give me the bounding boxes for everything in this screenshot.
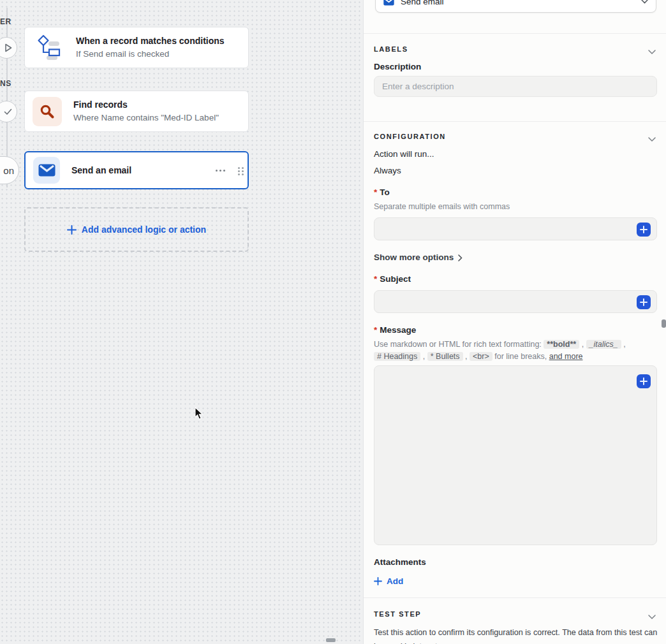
divider: [364, 597, 666, 598]
actions-section-label-partial: NS: [0, 79, 11, 88]
drag-handle-icon[interactable]: [238, 167, 240, 169]
find-records-card[interactable]: Find records Where Name contains "Med-ID…: [24, 91, 249, 132]
workflow-canvas[interactable]: ER NS on: [0, 0, 364, 644]
plus-icon: [67, 225, 77, 235]
action-status-check[interactable]: [0, 101, 17, 122]
trigger-title: When a record matches conditions: [76, 34, 225, 47]
send-email-tile: [33, 157, 60, 184]
trigger-subtitle: If Send email is checked: [76, 48, 225, 61]
action-type-dropdown[interactable]: Send email: [375, 0, 656, 13]
horizontal-scrollbar-thumb[interactable]: [326, 638, 336, 642]
markdown-more-link[interactable]: and more: [549, 352, 583, 361]
test-step-section-header[interactable]: TEST STEP: [374, 610, 421, 618]
action-pill-label: on: [3, 165, 14, 176]
markdown-headings-chip: # Headings: [374, 352, 420, 361]
more-options-icon[interactable]: [216, 170, 218, 172]
automation-builder: ER NS on: [0, 0, 666, 644]
find-records-title: Find records: [73, 98, 219, 111]
vertical-scrollbar-thumb[interactable]: [662, 319, 666, 328]
subject-input[interactable]: [374, 290, 657, 313]
chevron-down-icon[interactable]: [648, 133, 656, 145]
attachments-label: Attachments: [374, 557, 426, 567]
divider: [364, 121, 666, 122]
trigger-card[interactable]: When a record matches conditions If Send…: [24, 27, 249, 68]
test-step-description: Test this action to confirm its configur…: [374, 626, 662, 644]
play-icon: [4, 43, 12, 52]
configuration-section-header[interactable]: CONFIGURATION: [374, 133, 446, 140]
branch-conditions-icon: [36, 34, 64, 62]
check-icon: [4, 108, 12, 115]
markdown-br-chip: <br>: [470, 352, 492, 361]
add-attachment-label: Add: [387, 576, 403, 586]
add-attachment-button[interactable]: Add: [374, 576, 403, 586]
to-helper-text: Separate multiple emails with commas: [374, 202, 510, 211]
search-icon: [39, 103, 56, 120]
add-advanced-logic-button[interactable]: Add advanced logic or action: [24, 207, 249, 252]
add-advanced-logic-label: Add advanced logic or action: [82, 224, 206, 235]
action-pill-partial[interactable]: on: [0, 156, 19, 184]
chevron-down-icon[interactable]: [648, 46, 656, 57]
chevron-down-icon: [641, 0, 648, 4]
description-input[interactable]: [374, 76, 657, 97]
required-marker: *: [374, 274, 377, 284]
chevron-right-icon: [458, 254, 463, 261]
insert-token-button[interactable]: [637, 374, 651, 388]
to-label: *To: [374, 187, 390, 197]
description-label: Description: [374, 62, 421, 71]
find-records-tile: [33, 97, 62, 126]
action-run-value[interactable]: Always: [374, 166, 401, 175]
insert-token-button[interactable]: [637, 223, 651, 237]
to-input[interactable]: [374, 217, 657, 240]
plus-icon: [374, 577, 382, 585]
show-more-options-label: Show more options: [374, 252, 454, 262]
markdown-bold-chip: **bold**: [544, 340, 579, 349]
divider: [364, 33, 666, 34]
message-helper-text: Use markdown or HTML for rich text forma…: [374, 339, 661, 363]
send-email-title: Send an email: [71, 164, 131, 177]
chevron-down-icon[interactable]: [648, 611, 656, 622]
message-label: *Message: [374, 325, 416, 335]
show-more-options-link[interactable]: Show more options: [374, 252, 463, 262]
run-trigger-button[interactable]: [0, 37, 17, 59]
send-email-card[interactable]: Send an email: [24, 151, 249, 189]
action-config-panel: Send email LABELS Description CONFIGURAT…: [364, 0, 666, 644]
labels-section-header[interactable]: LABELS: [374, 45, 408, 53]
insert-token-button[interactable]: [637, 295, 651, 309]
action-run-label: Action will run...: [374, 149, 434, 159]
trigger-section-label-partial: ER: [0, 17, 11, 26]
action-type-value: Send email: [401, 0, 444, 6]
markdown-bullets-chip: * Bullets: [427, 352, 463, 361]
envelope-icon: [383, 0, 394, 6]
subject-label: *Subject: [374, 274, 411, 284]
find-records-subtitle: Where Name contains "Med-ID Label": [73, 112, 219, 124]
mouse-cursor: [195, 407, 204, 423]
envelope-icon: [38, 164, 56, 177]
message-textarea[interactable]: [374, 365, 657, 545]
markdown-italics-chip: _italics_: [586, 340, 621, 349]
required-marker: *: [374, 187, 377, 197]
required-marker: *: [374, 325, 377, 335]
